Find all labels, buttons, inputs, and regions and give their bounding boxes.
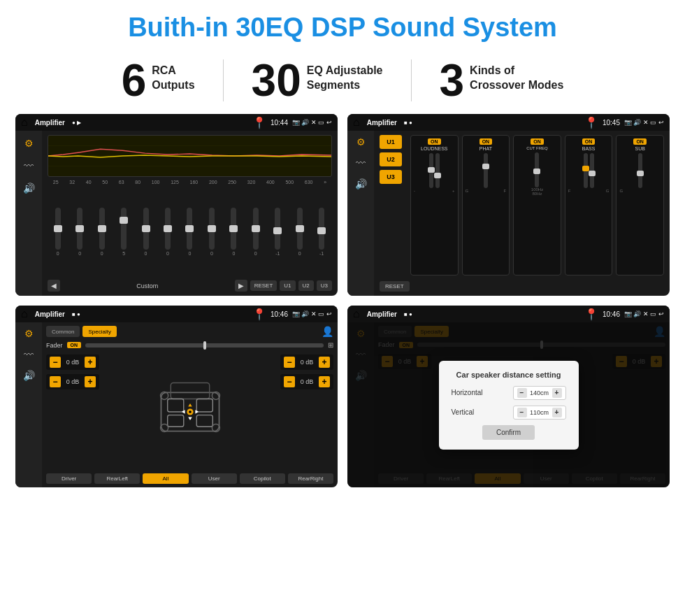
all-button[interactable]: All bbox=[143, 473, 188, 484]
home-icon-3[interactable]: ⌂ bbox=[21, 308, 28, 320]
reset-button-2[interactable]: RESET bbox=[380, 281, 410, 292]
db-minus-tl[interactable]: − bbox=[50, 357, 61, 368]
module-phat: ON PHAT GF bbox=[462, 135, 510, 275]
copilot-button[interactable]: Copilot bbox=[240, 473, 285, 484]
rearright-button[interactable]: RearRight bbox=[288, 473, 333, 484]
db-minus-br[interactable]: − bbox=[284, 376, 295, 387]
time-4: 10:46 bbox=[603, 310, 620, 318]
amp-modules: ON LOUDNESS -+ bbox=[410, 135, 664, 275]
app-name-3: Amplifier bbox=[35, 310, 65, 318]
location-icon-2: 📍 bbox=[584, 116, 598, 129]
u3-button-1[interactable]: U3 bbox=[317, 280, 332, 291]
speaker-diagram-area: − 0 dB + − 0 dB + bbox=[46, 354, 333, 468]
horizontal-value: 140cm bbox=[530, 389, 549, 396]
reset-button-1[interactable]: RESET bbox=[250, 280, 277, 291]
fader-slider[interactable] bbox=[85, 343, 324, 348]
status-bar-4: ⌂ Amplifier ■ ● 📍 10:46 📷 🔊 ✕ ▭ ↩ bbox=[347, 306, 670, 322]
profile-icon-3[interactable]: 👤 bbox=[322, 326, 333, 337]
eq-slider-3[interactable]: 0 bbox=[99, 208, 105, 256]
eq-slider-1[interactable]: 0 bbox=[55, 208, 61, 256]
speaker-main-content: Common Specialty 👤 Fader ON ⊞ bbox=[42, 322, 338, 487]
eq-custom-label: Custom bbox=[63, 282, 232, 289]
amp-sidebar-icon-3[interactable]: 🔊 bbox=[355, 178, 367, 189]
u1-button-1[interactable]: U1 bbox=[280, 280, 295, 291]
home-icon-2[interactable]: ⌂ bbox=[353, 116, 360, 129]
next-preset-button[interactable]: ▶ bbox=[235, 280, 247, 292]
eq-sidebar-icon-2[interactable]: 〰 bbox=[24, 160, 34, 171]
db-val-tl: 0 dB bbox=[63, 359, 82, 366]
speaker-sidebar-icon-2[interactable]: 〰 bbox=[24, 349, 34, 360]
time-3: 10:46 bbox=[271, 310, 288, 318]
vertical-plus-button[interactable]: + bbox=[552, 408, 562, 417]
home-icon-4[interactable]: ⌂ bbox=[353, 308, 360, 320]
dialog-horizontal-label: Horizontal bbox=[452, 389, 486, 396]
dialog-title: Car speaker distance setting bbox=[452, 371, 566, 379]
eq-slider-11[interactable]: -1 bbox=[275, 208, 280, 256]
eq-slider-13[interactable]: -1 bbox=[319, 208, 324, 256]
db-plus-bl[interactable]: + bbox=[85, 376, 96, 387]
driver-button[interactable]: Driver bbox=[46, 473, 92, 484]
db-plus-tl[interactable]: + bbox=[85, 357, 96, 368]
eq-sidebar-icon-1[interactable]: ⚙ bbox=[24, 138, 34, 149]
db-plus-br[interactable]: + bbox=[319, 376, 330, 387]
eq-slider-10[interactable]: 0 bbox=[253, 208, 259, 256]
rearleft-button[interactable]: RearLeft bbox=[94, 473, 140, 484]
amp-sidebar-icon-1[interactable]: ⚙ bbox=[356, 136, 366, 148]
eq-main-content: 2532405063 80100125160200 25032040050063… bbox=[42, 131, 338, 296]
eq-graph bbox=[48, 135, 332, 177]
eq-slider-12[interactable]: 0 bbox=[297, 208, 303, 256]
eq-slider-6[interactable]: 0 bbox=[165, 208, 171, 256]
amp-sidebar-icon-2[interactable]: 〰 bbox=[356, 157, 366, 169]
db-val-tr: 0 dB bbox=[297, 359, 317, 366]
module-cutfreq: ON CUT FREQ 100Hz 80Hz bbox=[513, 135, 561, 275]
fader-on-badge: ON bbox=[67, 342, 82, 348]
eq-slider-8[interactable]: 0 bbox=[209, 208, 215, 256]
home-icon-1[interactable]: ⌂ bbox=[21, 116, 28, 129]
dialog-overlay: Car speaker distance setting Horizontal … bbox=[347, 322, 670, 487]
db-minus-tr[interactable]: − bbox=[284, 357, 295, 368]
svg-rect-4 bbox=[171, 382, 209, 399]
db-control-tl: − 0 dB + bbox=[46, 354, 99, 370]
horizontal-minus-button[interactable]: − bbox=[517, 388, 527, 398]
screens-grid: ⌂ Amplifier ● ▶ 📍 10:44 📷 🔊 ✕ ▭ ↩ ⚙ 〰 🔊 bbox=[0, 114, 685, 494]
svg-rect-7 bbox=[167, 415, 183, 427]
eq-sidebar-icon-3[interactable]: 🔊 bbox=[23, 182, 35, 194]
preset-u1[interactable]: U1 bbox=[380, 135, 402, 149]
stat-item-crossover: 3 Kinds of Crossover Modes bbox=[412, 58, 592, 103]
stat-number-rca: 6 bbox=[122, 58, 147, 103]
eq-freq-labels: 2532405063 80100125160200 25032040050063… bbox=[48, 180, 332, 185]
confirm-button[interactable]: Confirm bbox=[482, 425, 535, 440]
eq-slider-2[interactable]: 0 bbox=[77, 208, 82, 256]
eq-slider-7[interactable]: 0 bbox=[187, 208, 192, 256]
db-plus-tr[interactable]: + bbox=[319, 357, 330, 368]
app-name-1: Amplifier bbox=[35, 119, 65, 127]
db-minus-bl[interactable]: − bbox=[50, 376, 61, 387]
location-icon-1: 📍 bbox=[252, 116, 266, 129]
preset-u3[interactable]: U3 bbox=[380, 170, 402, 184]
horizontal-plus-button[interactable]: + bbox=[552, 388, 562, 398]
module-bass: ON BASS FG bbox=[565, 135, 613, 275]
speaker-sidebar-icon-1[interactable]: ⚙ bbox=[24, 328, 34, 339]
eq-sidebar: ⚙ 〰 🔊 bbox=[15, 131, 42, 296]
tab-common-3[interactable]: Common bbox=[46, 326, 80, 337]
speaker-sidebar-icon-3[interactable]: 🔊 bbox=[23, 370, 35, 381]
preset-u2[interactable]: U2 bbox=[380, 152, 402, 166]
eq-slider-4[interactable]: 5 bbox=[121, 208, 127, 256]
screen-eq: ⌂ Amplifier ● ▶ 📍 10:44 📷 🔊 ✕ ▭ ↩ ⚙ 〰 🔊 bbox=[15, 114, 338, 296]
u2-button-1[interactable]: U2 bbox=[298, 280, 314, 291]
user-button[interactable]: User bbox=[192, 473, 237, 484]
eq-slider-9[interactable]: 0 bbox=[231, 208, 236, 256]
app-name-2: Amplifier bbox=[367, 119, 397, 127]
eq-slider-5[interactable]: 0 bbox=[143, 208, 149, 256]
tab-specialty-3[interactable]: Specialty bbox=[82, 326, 116, 337]
vertical-minus-button[interactable]: − bbox=[517, 408, 527, 417]
status-bar-2: ⌂ Amplifier ■ ● 📍 10:45 📷 🔊 ✕ ▭ ↩ bbox=[347, 114, 670, 131]
speaker-car-diagram bbox=[103, 354, 276, 468]
stat-number-crossover: 3 bbox=[440, 58, 465, 103]
amp-left-panel: U1 U2 U3 ON LOUDNESS bbox=[374, 131, 670, 296]
db-control-tr: − 0 dB + bbox=[280, 354, 333, 370]
stat-number-eq: 30 bbox=[252, 58, 301, 103]
prev-preset-button[interactable]: ◀ bbox=[48, 280, 60, 292]
fader-icon: ⊞ bbox=[328, 341, 333, 349]
fader-row: Fader ON ⊞ bbox=[46, 341, 333, 349]
